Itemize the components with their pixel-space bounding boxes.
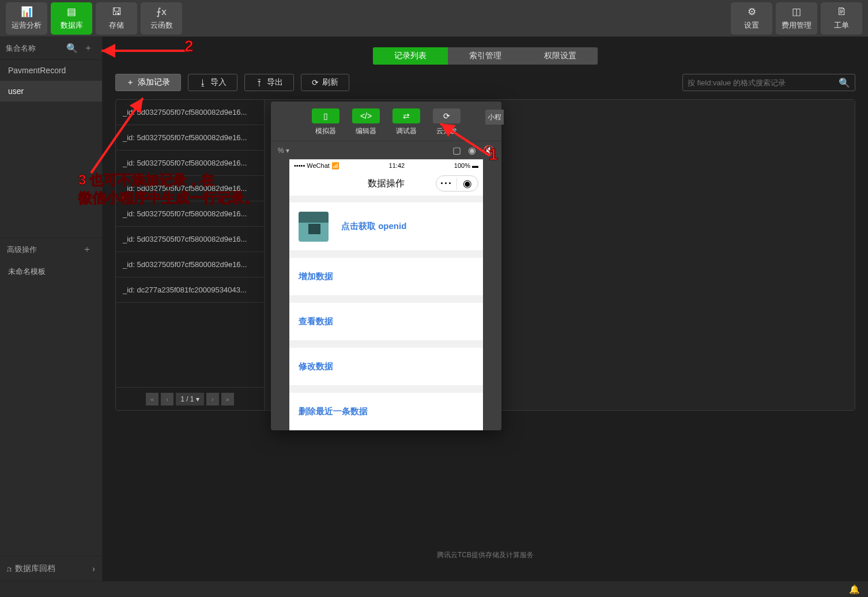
- capsule-menu[interactable]: ···: [436, 178, 457, 190]
- bar-chart-icon: 📊: [21, 6, 33, 18]
- add-record-button[interactable]: ＋添加记录: [115, 74, 181, 91]
- search-records[interactable]: 🔍: [682, 74, 855, 91]
- top-toolbar: 📊运营分析 ▤数据库 🖫存储 ⨍x云函数 ⚙设置 ◫费用管理 🖹工单: [0, 0, 868, 37]
- refresh-icon: ⟳: [312, 78, 319, 87]
- nav-tickets-label: 工单: [834, 20, 849, 31]
- nav-cloudfn-label: 云函数: [150, 20, 173, 31]
- nav-analytics[interactable]: 📊运营分析: [6, 2, 47, 35]
- phone-title: 数据操作: [368, 178, 405, 190]
- export-label: 导出: [267, 77, 283, 88]
- tool-simulator[interactable]: ▯模拟器: [309, 108, 342, 136]
- nav-storage[interactable]: 🖫存储: [96, 2, 137, 35]
- overlay-tab[interactable]: 小程: [485, 110, 504, 125]
- record-icon[interactable]: ◉: [468, 145, 476, 156]
- add-record-label: 添加记录: [138, 77, 170, 88]
- record-item[interactable]: _id: 5d0327505f07cf5800082d9e16...: [116, 151, 264, 176]
- toolbar-left-group: 📊运营分析 ▤数据库 🖫存储 ⨍x云函数: [6, 2, 182, 35]
- collection-item-user[interactable]: user: [0, 81, 102, 102]
- refresh-button[interactable]: ⟳刷新: [301, 74, 349, 91]
- page-first[interactable]: «: [146, 393, 158, 405]
- record-item[interactable]: _id: 5d0327505f07cf5800082d9e16...: [116, 227, 264, 252]
- ticket-icon: 🖹: [837, 6, 847, 18]
- device-icon[interactable]: ▢: [452, 145, 461, 156]
- devtools-overlay: 小程 ▯模拟器 </>编辑器 ⇄调试器 ⟳云开发 % ▾ ▢ ◉ 🔇 •••••…: [271, 102, 501, 430]
- openid-text: 点击获取 openid: [341, 221, 406, 232]
- action-update-data[interactable]: 修改数据: [289, 348, 483, 386]
- record-item[interactable]: _id: 5d0327505f07cf5800082d9e16...: [116, 201, 264, 227]
- import-label: 导入: [210, 77, 227, 88]
- action-add-data[interactable]: 增加数据: [289, 258, 483, 296]
- record-item[interactable]: _id: 5d0327505f07cf5800082d9e16...: [116, 252, 264, 277]
- collection-list: PavmentRecord user: [0, 60, 102, 102]
- zoom-indicator[interactable]: % ▾: [278, 147, 289, 155]
- record-item[interactable]: _id: dc277a235f081fc20009534043...: [116, 277, 264, 303]
- status-bar: 🔔: [0, 581, 868, 597]
- record-item[interactable]: _id: 5d0327505f07cf5800082d9e16...: [116, 100, 264, 125]
- record-item[interactable]: _id: 5d0327505f07cf5800082d9e16...: [116, 176, 264, 201]
- search-collections-button[interactable]: 🔍: [64, 40, 80, 57]
- rollback-icon: ⎌: [7, 564, 12, 573]
- action-label: 增加数据: [299, 271, 333, 282]
- wifi-icon: 📶: [331, 162, 339, 169]
- plus-icon: ＋: [82, 243, 92, 256]
- tool-editor-label: 编辑器: [356, 126, 376, 136]
- tool-cloud-label: 云开发: [436, 126, 457, 136]
- search-icon: 🔍: [66, 43, 78, 54]
- cloud-icon: ⟳: [433, 108, 461, 123]
- action-delete-data[interactable]: 删除最近一条数据: [289, 393, 483, 430]
- refresh-label: 刷新: [322, 77, 338, 88]
- code-icon: </>: [352, 108, 380, 123]
- overlay-status-bar: % ▾ ▢ ◉ 🔇: [271, 141, 501, 159]
- phone-body: 点击获取 openid 增加数据 查看数据 修改数据 删除最近一条数据: [289, 196, 483, 430]
- db-rollback-button[interactable]: ⎌ 数据库回档 ›: [0, 555, 102, 581]
- nav-settings[interactable]: ⚙设置: [731, 2, 772, 35]
- action-label: 删除最近一条数据: [299, 406, 368, 417]
- page-prev[interactable]: ‹: [161, 393, 173, 405]
- chevron-right-icon: ›: [92, 564, 95, 573]
- nav-database[interactable]: ▤数据库: [51, 2, 92, 35]
- import-button[interactable]: ⭳导入: [188, 74, 237, 91]
- nav-database-label: 数据库: [61, 20, 83, 31]
- collection-item-pavmentrecord[interactable]: PavmentRecord: [0, 60, 102, 81]
- upload-icon: ⭱: [255, 78, 263, 87]
- page-next[interactable]: ›: [206, 393, 219, 405]
- tool-debugger-label: 调试器: [396, 126, 417, 136]
- tool-editor[interactable]: </>编辑器: [349, 108, 383, 136]
- phone-nav-bar: 数据操作 ··· ◉: [289, 171, 483, 196]
- openid-row[interactable]: 点击获取 openid: [289, 202, 483, 251]
- capsule-close[interactable]: ◉: [457, 177, 478, 190]
- nav-analytics-label: 运营分析: [12, 20, 41, 31]
- download-icon: ⭳: [199, 78, 207, 87]
- template-item[interactable]: 未命名模板: [0, 261, 102, 283]
- tool-cloud-dev[interactable]: ⟳云开发: [430, 108, 463, 136]
- billing-icon: ◫: [792, 6, 801, 18]
- save-icon: 🖫: [112, 6, 122, 18]
- add-collection-button[interactable]: ＋: [80, 40, 96, 57]
- avatar: [299, 212, 329, 242]
- nav-cloud-functions[interactable]: ⨍x云函数: [141, 2, 182, 35]
- clock-label: 11:42: [389, 162, 405, 169]
- collections-header-label: 集合名称: [6, 43, 64, 54]
- search-input[interactable]: [688, 78, 839, 87]
- capsule-button: ··· ◉: [436, 175, 478, 192]
- bell-icon[interactable]: 🔔: [849, 584, 860, 595]
- tab-indexes[interactable]: 索引管理: [448, 47, 523, 65]
- toolbar-right-group: ⚙设置 ◫费用管理 🖹工单: [731, 2, 862, 35]
- tool-debugger[interactable]: ⇄调试器: [390, 108, 423, 136]
- add-template-button[interactable]: ＋: [79, 242, 95, 258]
- tab-records[interactable]: 记录列表: [373, 47, 448, 65]
- database-icon: ▤: [67, 6, 76, 18]
- tab-permissions[interactable]: 权限设置: [523, 47, 598, 65]
- provider-note: 腾讯云TCB提供存储及计算服务: [437, 550, 534, 560]
- action-view-data[interactable]: 查看数据: [289, 303, 483, 341]
- nav-tickets[interactable]: 🖹工单: [821, 2, 862, 35]
- export-button[interactable]: ⭱导出: [244, 74, 294, 91]
- phone-preview: ••••• WeChat 📶 11:42 100% ▬ 数据操作 ··· ◉ 点…: [289, 159, 483, 430]
- nav-billing[interactable]: ◫费用管理: [776, 2, 817, 35]
- record-item[interactable]: _id: 5d0327505f07cf5800082d9e16...: [116, 125, 264, 151]
- actions-row: ＋添加记录 ⭳导入 ⭱导出 ⟳刷新 🔍: [103, 70, 868, 99]
- page-last[interactable]: »: [221, 393, 234, 405]
- mute-icon[interactable]: 🔇: [483, 145, 495, 156]
- devtools-toolbar: ▯模拟器 </>编辑器 ⇄调试器 ⟳云开发: [271, 106, 501, 141]
- action-label: 修改数据: [299, 361, 333, 372]
